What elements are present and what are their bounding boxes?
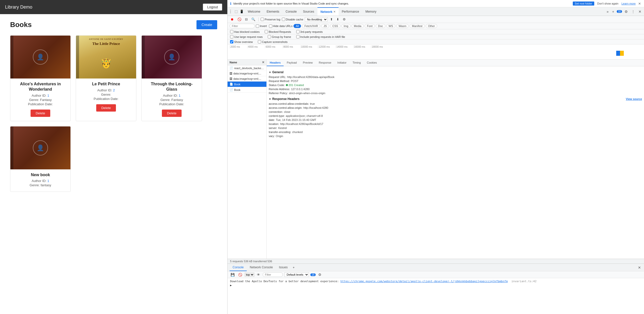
detail-tab-response[interactable]: Response [316, 60, 334, 66]
clear-button[interactable]: 🚫 [236, 17, 242, 22]
close-devtools-icon[interactable]: ✕ [637, 9, 642, 14]
add-console-tab-icon[interactable]: + [292, 265, 296, 270]
console-level-select[interactable]: Default levels [284, 272, 309, 277]
request-item[interactable]: 📄 Book [228, 87, 266, 93]
request-item[interactable]: 🖼 data:image/svg+xml;... [228, 76, 266, 82]
use-large-rows-checkbox[interactable] [230, 35, 233, 38]
filter-media[interactable]: Media [352, 24, 364, 28]
has-blocked-cookies-label[interactable]: Has blocked cookies [230, 30, 260, 33]
record-button[interactable]: ⏺ [230, 17, 235, 22]
add-tab-icon[interactable]: + [611, 9, 615, 14]
third-party-label[interactable]: 3rd-party requests [296, 30, 323, 33]
filter-other[interactable]: Other [426, 24, 437, 28]
invert-checkbox[interactable] [256, 24, 259, 28]
filter-doc[interactable]: Doc [376, 24, 385, 28]
throttle-select[interactable]: No throttling [305, 17, 328, 22]
invert-label[interactable]: Invert [256, 24, 267, 28]
devtools-menu-icon[interactable]: ⋮ [228, 9, 234, 14]
tab-elements[interactable]: Elements [264, 7, 283, 16]
delete-button[interactable]: Delete [162, 110, 182, 117]
hide-data-urls-checkbox[interactable] [269, 24, 272, 28]
group-by-frame-label[interactable]: Group by frame [268, 35, 291, 38]
clear-console-icon[interactable]: 🚫 [237, 272, 243, 277]
show-overview-checkbox[interactable] [230, 40, 233, 43]
import-icon[interactable]: ⬆ [329, 17, 334, 22]
blocked-requests-label[interactable]: Blocked Requests [265, 30, 291, 33]
save-console-icon[interactable]: 💾 [230, 272, 236, 277]
detail-tab-payload[interactable]: Payload [284, 60, 300, 66]
detail-tab-headers[interactable]: Headers [267, 60, 284, 66]
general-section-header[interactable]: ▼ General [269, 70, 642, 74]
show-overview-label[interactable]: Show overview [230, 40, 253, 43]
filter-js[interactable]: JS [321, 24, 329, 28]
filter-icon[interactable]: ⊟ [244, 17, 249, 22]
author-link[interactable]: 1 [179, 94, 180, 97]
devtools-device-icon[interactable]: 📱 [239, 9, 245, 14]
detail-tab-initiator[interactable]: Initiator [334, 60, 350, 66]
filter-css[interactable]: CSS [330, 24, 340, 28]
close-list-icon[interactable]: ✕ [262, 61, 264, 64]
console-tab-issues[interactable]: Issues [276, 264, 291, 271]
disable-cache-label[interactable]: Disable cache [282, 18, 303, 21]
close-tab-icon[interactable]: ✕ [333, 10, 335, 13]
console-context-select[interactable]: top [245, 273, 254, 277]
create-button[interactable]: Create [196, 20, 217, 29]
set-root-button[interactable]: Set root folder [573, 2, 594, 6]
console-filter-input[interactable] [263, 272, 283, 277]
view-source-link[interactable]: View source [626, 97, 642, 100]
hide-data-urls-label[interactable]: Hide data URLs [269, 24, 293, 28]
search-icon[interactable]: 🔍 [250, 17, 256, 22]
learn-more-link[interactable]: Learn more [622, 2, 636, 5]
preserve-log-label[interactable]: Preserve log [261, 18, 280, 21]
preserve-log-checkbox[interactable] [261, 18, 264, 21]
author-link[interactable]: 1 [47, 94, 49, 97]
tab-welcome[interactable]: Welcome [245, 7, 264, 16]
filter-wasm[interactable]: Wasm [396, 24, 409, 28]
console-expand[interactable]: ▶ [230, 284, 641, 287]
blocked-requests-checkbox[interactable] [265, 30, 268, 33]
third-party-checkbox[interactable] [296, 30, 300, 33]
filter-fetch-xhr[interactable]: Fetch/XHR [302, 24, 320, 28]
tab-performance[interactable]: Performance [339, 7, 362, 16]
author-link[interactable]: 2 [113, 88, 115, 92]
eye-icon[interactable]: 👁 [256, 272, 261, 277]
filter-all[interactable]: All [293, 24, 301, 28]
tab-memory[interactable]: Memory [362, 7, 380, 16]
delete-button[interactable]: Delete [96, 104, 116, 112]
response-headers-section[interactable]: ▼ Response Headers View source [269, 97, 642, 101]
tab-network[interactable]: Network ✕ [317, 7, 339, 16]
include-pending-har-label[interactable]: Include pending requests in HAR file [296, 35, 345, 38]
filter-ws[interactable]: WS [386, 24, 395, 28]
use-large-rows-label[interactable]: Use large request rows [230, 35, 263, 38]
capture-screenshots-label[interactable]: Capture screenshots [258, 40, 288, 43]
devtools-inspect-icon[interactable]: ⬚ [234, 9, 239, 14]
filter-input[interactable] [230, 24, 255, 28]
filter-img[interactable]: Img [341, 24, 351, 28]
console-link[interactable]: https://chrome.google.com/webstore/detai… [340, 280, 508, 283]
logout-button[interactable]: Logout [203, 4, 222, 11]
dont-show-button[interactable]: Don't show again [596, 2, 620, 6]
tab-sources[interactable]: Sources [300, 7, 317, 16]
delete-button[interactable]: Delete [31, 110, 50, 117]
detail-tab-cookies[interactable]: Cookies [364, 60, 380, 66]
author-link[interactable]: 1 [47, 179, 49, 183]
group-by-frame-checkbox[interactable] [268, 35, 271, 38]
tab-console[interactable]: Console [283, 7, 300, 16]
close-console-icon[interactable]: ✕ [637, 265, 642, 270]
close-icon[interactable]: ✕ [638, 2, 641, 6]
include-pending-har-checkbox[interactable] [296, 35, 300, 38]
request-item-selected[interactable]: 📄 Book [228, 82, 266, 87]
settings-network-icon[interactable]: ⚙ [342, 17, 347, 22]
request-item[interactable]: 🖼 data:image/svg+xml;... [228, 71, 266, 76]
filter-font[interactable]: Font [365, 24, 375, 28]
detail-tab-preview[interactable]: Preview [300, 60, 316, 66]
capture-screenshots-checkbox[interactable] [258, 40, 261, 43]
console-settings-icon[interactable]: ⚙ [317, 272, 323, 277]
detail-tab-timing[interactable]: Timing [350, 60, 364, 66]
settings-icon[interactable]: ⚙ [624, 9, 629, 14]
customize-icon[interactable]: ⋮ [630, 9, 636, 14]
more-tabs-icon[interactable]: » [606, 9, 610, 14]
console-tab-network[interactable]: Network Console [247, 264, 276, 271]
console-tab-console[interactable]: Console [230, 264, 247, 271]
request-item[interactable]: 📄 react_devtools_backend.js [228, 65, 266, 71]
